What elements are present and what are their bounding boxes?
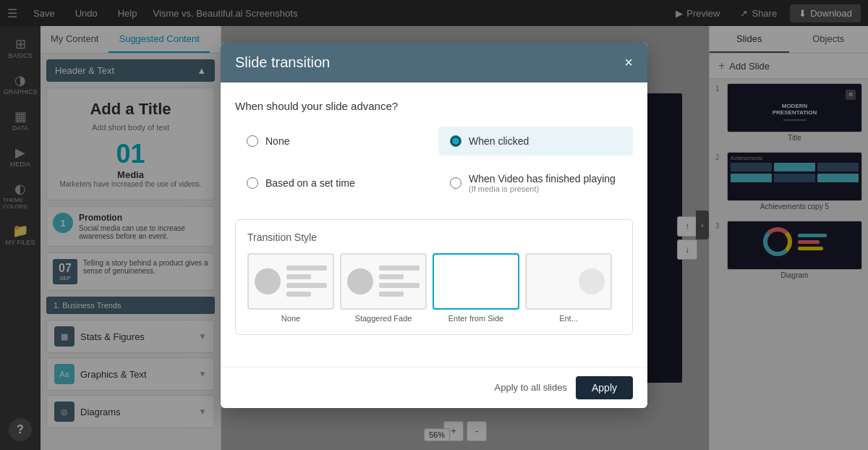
transition-staggered-fade-option[interactable]: Staggered Fade [340,253,427,323]
transition-enter-4-thumb [525,253,612,310]
modal-close-button[interactable]: × [624,55,633,69]
radio-video-done[interactable] [450,177,461,189]
transition-section: Transition Style [235,219,633,335]
option-none[interactable]: None [235,127,430,156]
transition-staggered-label: Staggered Fade [355,314,412,323]
modal-footer: Apply to all slides Apply [221,367,647,408]
thumb-circle-2 [347,268,373,294]
modal-title: Slide transition [235,54,330,71]
option-none-label: None [265,135,289,147]
modal-question: When should your slide advance? [235,100,633,112]
radio-when-clicked[interactable] [450,135,461,147]
advance-options: None When clicked Based on a set time Wh… [235,127,633,202]
option-video-done[interactable]: When Video has finished playing (If medi… [438,164,633,202]
option-when-clicked[interactable]: When clicked [438,127,633,156]
transition-enter-side-option[interactable]: Enter from Side [433,253,519,323]
transition-none-thumb [247,253,334,310]
apply-all-button[interactable]: Apply to all slides [495,382,567,393]
transition-none-option[interactable]: None [247,253,334,323]
option-video-done-label: When Video has finished playing (If medi… [469,173,616,193]
thumb-circle-4 [579,268,605,294]
option-set-time[interactable]: Based on a set time [235,164,430,202]
option-set-time-label: Based on a set time [265,177,355,189]
transition-enter-side-thumb [433,253,519,310]
thumb-lines-1 [286,266,327,297]
thumb-lines-2 [379,266,420,297]
transition-options: None [247,253,621,323]
slide-transition-modal: Slide transition × When should your slid… [221,43,647,408]
radio-none[interactable] [247,135,258,147]
transition-enter-4-option[interactable]: Ent... [525,253,612,323]
modal-body: When should your slide advance? None Whe… [221,82,647,367]
modal-header: Slide transition × [221,43,647,82]
transition-none-label: None [281,314,300,323]
modal-overlay: Slide transition × When should your slid… [0,0,868,450]
radio-set-time[interactable] [247,177,258,189]
apply-button[interactable]: Apply [576,376,633,399]
thumb-circle-1 [255,268,281,294]
transition-enter-side-label: Enter from Side [448,314,503,323]
transition-staggered-thumb [340,253,427,310]
option-when-clicked-label: When clicked [469,135,529,147]
transition-enter-4-label: Ent... [559,314,578,323]
transition-section-title: Transition Style [247,232,621,243]
